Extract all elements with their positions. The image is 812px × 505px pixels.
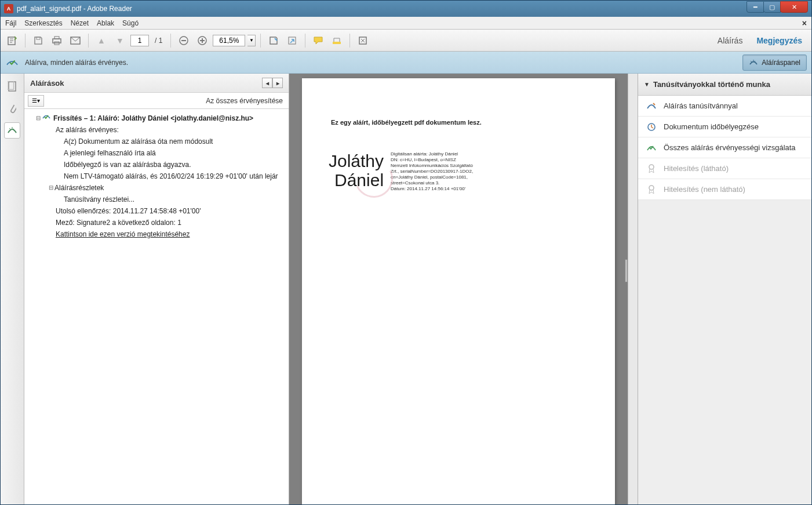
scroll-grip[interactable]	[625, 259, 628, 282]
signatures-panel-tools: ☰▾ Az összes érvényesítése	[24, 93, 289, 109]
expand-icon[interactable]: ⊟	[48, 182, 54, 194]
rail-signatures-icon[interactable]	[4, 122, 20, 139]
svg-rect-12	[333, 42, 341, 44]
signature-panel-label: Aláíráspanel	[762, 59, 800, 67]
email-icon[interactable]	[67, 32, 83, 49]
doc-text-line: Ez egy aláírt, időbélyegzett pdf dokumen…	[331, 119, 482, 126]
tree-notmod-label: A(z) Dokumentum az aláírása óta nem módo…	[64, 136, 213, 147]
zoom-dropdown-icon[interactable]: ▼	[247, 35, 256, 46]
save-icon[interactable]	[30, 32, 46, 49]
menu-edit[interactable]: Szerkesztés	[24, 19, 62, 27]
page-up-icon[interactable]: ▲	[93, 32, 110, 49]
zoom-in-icon[interactable]	[194, 32, 210, 49]
signer-lastname: Dániel	[329, 170, 384, 190]
comment-note-icon[interactable]	[310, 32, 326, 49]
left-rail	[1, 74, 24, 504]
ribbon-icon	[646, 164, 657, 174]
close-button[interactable]: ✕	[780, 1, 808, 13]
menubar-close-icon[interactable]: ×	[802, 19, 807, 28]
zoom-out-icon[interactable]	[176, 32, 192, 49]
rp-item-label: Hitelesítés (nem látható)	[664, 185, 745, 194]
tree-cert-row[interactable]: Tanúsítvány részletei...	[29, 194, 284, 205]
tree-lastcheck-label: Utolsó ellenőrzés: 2014.11.27 14:58:48 +…	[56, 205, 201, 217]
menu-window[interactable]: Ablak	[97, 19, 114, 27]
signature-status-bar: Aláírva, minden aláírás érvényes. Aláírá…	[1, 52, 811, 74]
signature-name: Joláthy Dániel	[329, 151, 387, 192]
tree-root-label: Frissítés – 1: Aláíró: Joláthy Dániel <j…	[53, 112, 253, 124]
menu-file[interactable]: Fájl	[5, 19, 16, 27]
rail-attachments-icon[interactable]	[4, 100, 20, 117]
svg-point-18	[649, 186, 654, 190]
rp-timestamp[interactable]: Dokumentum időbélyegzése	[638, 117, 811, 137]
signatures-panel-title: Aláírások	[30, 79, 64, 88]
rail-thumbnails-icon[interactable]	[4, 78, 20, 95]
signatures-panel: Aláírások ◂ ▸ ☰▾ Az összes érvényesítése…	[24, 74, 289, 504]
svg-rect-2	[53, 39, 61, 43]
right-panel: ▼ Tanúsítványokkal történő munka Aláírás…	[638, 74, 811, 504]
sig-nav-prev-icon[interactable]: ◂	[262, 78, 272, 88]
expand-icon[interactable]: ⊟	[35, 112, 42, 124]
sig-valid-icon	[42, 112, 51, 122]
rp-item-label: Dokumentum időbélyegzése	[664, 122, 759, 131]
signature-details: Digitálisan aláírta: Joláthy Dániel DN: …	[387, 151, 474, 192]
maximize-button[interactable]: ▢	[763, 1, 781, 13]
vertical-scrollbar[interactable]	[628, 74, 638, 504]
signature-block[interactable]: Joláthy Dániel Digitálisan aláírta: Jolá…	[329, 151, 474, 192]
pen-icon	[646, 101, 657, 111]
tree-ltv-label: Nem LTV-támogató aláírás, és 2016/02/24 …	[64, 170, 278, 182]
tree-field-label: Mező: Signature2 a következő oldalon: 1	[56, 217, 181, 228]
tree-click-label: Kattintson ide ezen verzió megtekintéséh…	[56, 228, 190, 240]
signatures-panel-header: Aláírások ◂ ▸	[24, 74, 289, 93]
menu-view[interactable]: Nézet	[71, 19, 89, 27]
tree-cert-label: Tanúsítvány részletei...	[64, 194, 134, 205]
tree-notmod-row: A(z) Dokumentum az aláírása óta nem módo…	[29, 136, 284, 147]
rp-validate-all[interactable]: Összes aláírás érvényességi vizsgálata	[638, 137, 811, 158]
svg-point-17	[649, 165, 654, 169]
sign-tab-link[interactable]: Aláírás	[718, 36, 743, 45]
tree-lastcheck-row: Utolsó ellenőrzés: 2014.11.27 14:58:48 +…	[29, 205, 284, 217]
minimize-button[interactable]: ━	[747, 1, 764, 13]
page-number-input[interactable]	[130, 35, 149, 46]
tree-curuser-label: A jelenlegi felhasználó írta alá	[64, 147, 156, 159]
validate-all-link[interactable]: Az összes érvényesítése	[206, 97, 283, 105]
tree-valid-row: Az aláírás érvényes:	[29, 124, 284, 136]
tool-export-icon[interactable]	[4, 32, 20, 49]
sig-nav-next-icon[interactable]: ▸	[272, 78, 283, 88]
right-panel-header[interactable]: ▼ Tanúsítványokkal történő munka	[638, 74, 811, 96]
page-total-label: / 1	[155, 37, 162, 45]
right-panel-empty	[638, 200, 811, 504]
signature-panel-icon	[749, 59, 758, 67]
tree-click-row[interactable]: Kattintson ide ezen verzió megtekintéséh…	[29, 228, 284, 240]
highlight-icon[interactable]	[329, 32, 345, 49]
signer-firstname: Joláthy	[329, 151, 384, 170]
app-icon: A	[4, 4, 13, 13]
app-window: A pdf_alairt_signed.pdf - Adobe Reader ━…	[0, 0, 812, 505]
zoom-input[interactable]	[213, 35, 245, 46]
tree-root-row[interactable]: ⊟ Frissítés – 1: Aláíró: Joláthy Dániel …	[29, 112, 284, 124]
tree-field-row: Mező: Signature2 a következő oldalon: 1	[29, 217, 284, 228]
sig-options-dropdown[interactable]: ☰▾	[28, 95, 44, 107]
page-down-icon[interactable]: ▼	[112, 32, 128, 49]
menu-help[interactable]: Súgó	[122, 19, 139, 27]
right-panel-title: Tanúsítványokkal történő munka	[653, 80, 770, 89]
tree-details-row[interactable]: ⊟ Aláírásrészletek	[29, 182, 284, 194]
pdf-page: Ez egy aláírt, időbélyegzett pdf dokumen…	[302, 78, 615, 504]
menubar: Fájl Szerkesztés Nézet Ablak Súgó ×	[1, 17, 811, 30]
print-icon[interactable]	[49, 32, 65, 49]
tool-convert-icon[interactable]	[284, 32, 300, 49]
document-scroll[interactable]: Ez egy aláírt, időbélyegzett pdf dokumen…	[289, 74, 628, 504]
readmode-icon[interactable]	[355, 32, 371, 49]
document-area: Ez egy aláírt, időbélyegzett pdf dokumen…	[289, 74, 628, 504]
signature-panel-button[interactable]: Aláíráspanel	[742, 55, 807, 71]
rp-certify-visible: Hitelesítés (látható)	[638, 158, 811, 179]
rp-sign-with-cert[interactable]: Aláírás tanúsítvánnyal	[638, 96, 811, 117]
collapse-icon: ▼	[644, 81, 650, 88]
tool-savecopy-icon[interactable]	[265, 32, 282, 49]
toolbar: ▲ ▼ / 1 ▼ Aláírás Megjegyzés	[1, 30, 811, 52]
rp-item-label: Összes aláírás érvényességi vizsgálata	[664, 143, 796, 152]
tree-details-label: Aláírásrészletek	[54, 182, 104, 194]
signature-valid-icon	[5, 57, 19, 68]
ribbon-icon	[646, 184, 657, 195]
comment-tab-link[interactable]: Megjegyzés	[756, 36, 802, 45]
rp-certify-invisible: Hitelesítés (nem látható)	[638, 179, 811, 200]
